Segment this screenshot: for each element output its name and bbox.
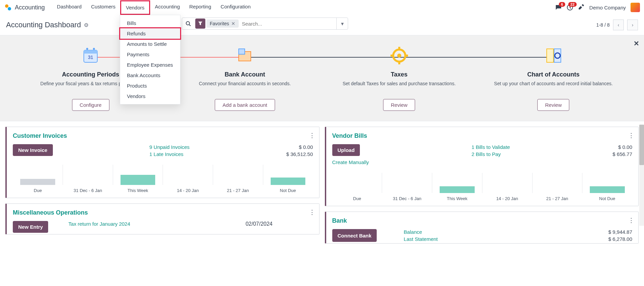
messages-badge: 6: [559, 2, 565, 7]
bank-icon: [234, 45, 256, 66]
step-desc: Set up your chart of accounts and record…: [483, 80, 624, 94]
late-amount: $ 36,512.50: [286, 151, 313, 157]
pager-text: 1-8 / 8: [596, 22, 610, 28]
scrollbar-thumb[interactable]: [639, 125, 644, 165]
nav-customers[interactable]: Customers: [86, 0, 120, 15]
tax-return-link[interactable]: Tax return for January 2024: [68, 221, 239, 233]
svg-point-7: [93, 48, 95, 50]
nav-items: Dashboard Customers Vendors Accounting R…: [52, 0, 255, 15]
calendar-icon: 31: [80, 45, 101, 66]
dd-expenses[interactable]: Employee Expenses: [120, 60, 180, 70]
new-entry-button[interactable]: New Entry: [13, 221, 48, 233]
upload-button[interactable]: Upload: [332, 144, 360, 156]
pager-next[interactable]: ›: [627, 20, 638, 30]
card-title[interactable]: Customer Invoices: [13, 132, 313, 139]
card-menu-icon[interactable]: ⋮: [309, 209, 315, 216]
gear-large-icon: [388, 45, 410, 66]
nav-dashboard[interactable]: Dashboard: [52, 0, 86, 15]
search-dropdown-toggle[interactable]: ▾: [336, 18, 348, 29]
banner-close[interactable]: ✕: [634, 39, 639, 47]
unpaid-invoices-link[interactable]: 9 Unpaid Invoices: [149, 144, 190, 150]
svg-rect-10: [239, 49, 245, 54]
bills-pay-link[interactable]: 2 Bills to Pay: [472, 151, 510, 157]
nav-right: 6 22 Demo Company: [555, 3, 640, 12]
svg-rect-5: [84, 50, 97, 54]
card-title[interactable]: Bank: [332, 217, 633, 224]
dd-bank-accounts[interactable]: Bank Accounts: [120, 70, 180, 81]
last-statement-amount: $ 6,278.00: [608, 236, 632, 242]
sub-bar: Accounting Dashboard ⚙ Favorites ✕ ▾ 1-8…: [0, 15, 644, 35]
dd-bills[interactable]: Bills: [120, 18, 180, 28]
balance-link[interactable]: Balance: [404, 229, 602, 235]
step-desc: Set default Taxes for sales and purchase…: [329, 80, 470, 94]
nav-accounting[interactable]: Accounting: [150, 0, 184, 15]
favorites-chip[interactable]: Favorites ✕: [206, 20, 239, 28]
unpaid-amount: $ 0.00: [286, 144, 313, 150]
messages-icon[interactable]: 6: [555, 4, 562, 11]
connect-bank-button[interactable]: Connect Bank: [332, 229, 377, 242]
top-nav: Accounting Dashboard Customers Vendors A…: [0, 0, 644, 15]
invoices-chart-labels: Due 31 Dec - 6 Jan This Week 14 - 20 Jan…: [13, 188, 313, 193]
nav-reporting[interactable]: Reporting: [184, 0, 216, 15]
dd-products[interactable]: Products: [120, 81, 180, 91]
nav-vendors[interactable]: Vendors: [120, 0, 150, 15]
scrollbar[interactable]: [639, 125, 644, 226]
svg-point-0: [5, 4, 8, 8]
nav-configuration[interactable]: Configuration: [216, 0, 255, 15]
card-title[interactable]: Miscellaneous Operations: [13, 209, 313, 216]
app-logo[interactable]: [4, 3, 12, 11]
review-taxes-button[interactable]: Review: [383, 99, 415, 111]
card-customer-invoices: Customer Invoices ⋮ New Invoice 9 Unpaid…: [5, 127, 319, 198]
bills-validate-link[interactable]: 1 Bills to Validate: [472, 144, 510, 150]
balance-amount: $ 9,944.87: [608, 229, 632, 235]
pager: 1-8 / 8 ‹ ›: [596, 20, 638, 30]
dd-vendors[interactable]: Vendors: [120, 91, 180, 101]
gear-icon[interactable]: ⚙: [84, 22, 89, 28]
review-coa-button[interactable]: Review: [537, 99, 569, 111]
svg-text:31: 31: [88, 55, 93, 60]
bills-chart-labels: Due 31 Dec - 6 Jan This Week 14 - 20 Jan…: [332, 196, 633, 201]
card-misc-ops: Miscellaneous Operations ⋮ New Entry Tax…: [5, 203, 319, 234]
add-bank-button[interactable]: Add a bank account: [215, 99, 275, 111]
late-invoices-link[interactable]: 1 Late Invoices: [149, 151, 190, 157]
svg-point-1: [8, 7, 11, 10]
dd-payments[interactable]: Payments: [120, 49, 180, 60]
vendors-dropdown: Bills Refunds Amounts to Settle Payments…: [120, 15, 180, 104]
card-menu-icon[interactable]: ⋮: [628, 217, 634, 224]
svg-point-12: [397, 54, 401, 58]
pager-prev[interactable]: ‹: [613, 20, 624, 30]
chart-icon: [543, 45, 564, 66]
search-input[interactable]: [241, 21, 336, 27]
page-title-wrap: Accounting Dashboard ⚙: [6, 21, 89, 29]
svg-point-3: [186, 22, 190, 25]
favorites-chip-remove[interactable]: ✕: [231, 21, 235, 26]
card-title[interactable]: Vendor Bills: [332, 132, 633, 139]
onboarding-banner: ✕ 31 Accounting Periods Define your fisc…: [0, 35, 644, 121]
page-title: Accounting Dashboard: [6, 21, 81, 29]
activities-icon[interactable]: 22: [567, 4, 573, 11]
svg-point-6: [86, 48, 88, 50]
tools-icon[interactable]: [578, 3, 585, 11]
step-coa: Chart of Accounts Set up your chart of a…: [476, 45, 631, 111]
app-name[interactable]: Accounting: [15, 4, 45, 11]
create-manually-link[interactable]: Create Manually: [332, 159, 369, 165]
step-title: Bank Account: [174, 71, 315, 78]
company-name[interactable]: Demo Company: [589, 5, 626, 10]
step-title: Taxes: [329, 71, 470, 78]
dd-amounts[interactable]: Amounts to Settle: [120, 39, 180, 49]
dd-refunds[interactable]: Refunds: [119, 27, 181, 40]
user-avatar[interactable]: [631, 3, 640, 12]
onboarding-steps: 31 Accounting Periods Define your fiscal…: [13, 45, 631, 111]
card-bank: Bank ⋮ Connect Bank Balance Last Stateme…: [325, 212, 639, 244]
bills-chart: [332, 173, 633, 193]
last-statement-link[interactable]: Last Statement: [404, 236, 602, 242]
tax-return-date: 02/07/2024: [245, 221, 272, 233]
search-icon[interactable]: [182, 21, 194, 26]
validate-amount: $ 0.00: [613, 144, 632, 150]
filter-icon[interactable]: [195, 19, 205, 29]
card-menu-icon[interactable]: ⋮: [309, 132, 315, 139]
card-menu-icon[interactable]: ⋮: [628, 132, 634, 139]
favorites-chip-label: Favorites: [210, 21, 229, 26]
configure-button[interactable]: Configure: [72, 99, 109, 111]
new-invoice-button[interactable]: New Invoice: [13, 144, 53, 156]
